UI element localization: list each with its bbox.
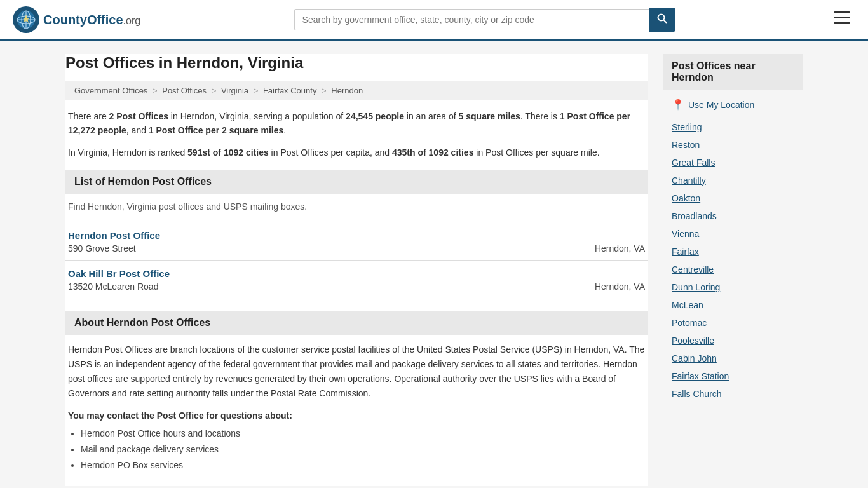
po-city-1: Herndon, VA xyxy=(595,243,645,254)
bc-sep-3: > xyxy=(254,86,259,95)
bc-sep-2: > xyxy=(212,86,217,95)
search-input[interactable] xyxy=(294,9,649,30)
po-details-1: 590 Grove Street Herndon, VA xyxy=(68,243,645,254)
summary-text-2: in Herndon, Virginia, serving a populati… xyxy=(168,111,346,121)
sidebar-link-fairfax[interactable]: Fairfax xyxy=(663,243,803,261)
rank-capita: 591st of 1092 cities xyxy=(187,147,269,158)
sidebar-link-sterling[interactable]: Sterling xyxy=(663,118,803,136)
rank-sqmile: 435th of 1092 cities xyxy=(392,147,473,158)
sidebar-title: Post Offices near Herndon xyxy=(663,54,803,90)
per-sq-mile: 1 Post Office per 2 square miles xyxy=(149,125,283,135)
location-icon: 📍 xyxy=(672,98,684,111)
search-icon xyxy=(657,13,667,24)
sidebar-link-broadlands[interactable]: Broadlands xyxy=(663,207,803,225)
list-item: Herndon PO Box services xyxy=(81,458,648,473)
find-text: Find Herndon, Virginia post offices and … xyxy=(65,201,648,212)
breadcrumb-link-herndon[interactable]: Herndon xyxy=(331,86,363,95)
logo-area: CountyOffice.org xyxy=(13,6,140,33)
use-my-location-button[interactable]: 📍 Use My Location xyxy=(663,96,803,116)
search-area xyxy=(294,8,675,32)
menu-button[interactable] xyxy=(829,9,855,30)
sidebar-link-great-falls[interactable]: Great Falls xyxy=(663,154,803,172)
po-details-2: 13520 McLearen Road Herndon, VA xyxy=(68,281,645,292)
population: 24,545 people xyxy=(346,111,404,121)
sidebar-link-centreville[interactable]: Centreville xyxy=(663,261,803,278)
nearby-list: Sterling Reston Great Falls Chantilly Oa… xyxy=(663,118,803,403)
sidebar-link-chantilly[interactable]: Chantilly xyxy=(663,172,803,189)
sidebar-link-potomac[interactable]: Potomac xyxy=(663,314,803,332)
logo-icon xyxy=(13,6,39,33)
sidebar-link-poolesville[interactable]: Poolesville xyxy=(663,332,803,349)
table-row: Oak Hill Br Post Office 13520 McLearen R… xyxy=(65,260,648,298)
area: 5 square miles xyxy=(459,111,520,121)
logo-text: CountyOffice.org xyxy=(43,13,140,27)
logo-org: .org xyxy=(123,15,141,26)
table-row: Herndon Post Office 590 Grove Street Her… xyxy=(65,222,648,260)
svg-line-8 xyxy=(663,20,667,24)
breadcrumb-link-gov[interactable]: Government Offices xyxy=(74,86,147,95)
summary-text: There are 2 Post Offices in Herndon, Vir… xyxy=(65,109,648,138)
svg-rect-9 xyxy=(834,11,850,13)
summary-text-5: , and xyxy=(126,125,149,135)
po-address-1: 590 Grove Street xyxy=(68,243,136,254)
summary-text-3: in an area of xyxy=(404,111,459,121)
rank-text: In Virginia, Herndon is ranked 591st of … xyxy=(65,146,648,159)
breadcrumb: Government Offices > Post Offices > Virg… xyxy=(65,81,648,100)
rank-text-1: In Virginia, Herndon is ranked xyxy=(68,147,187,158)
post-office-count: 2 Post Offices xyxy=(109,111,168,121)
page-title: Post Offices in Herndon, Virginia xyxy=(65,54,648,72)
list-item: Mail and package delivery services xyxy=(81,442,648,458)
sidebar-link-vienna[interactable]: Vienna xyxy=(663,225,803,243)
breadcrumb-link-va[interactable]: Virginia xyxy=(221,86,248,95)
sidebar-link-dunn-loring[interactable]: Dunn Loring xyxy=(663,278,803,296)
about-section-header: About Herndon Post Offices xyxy=(65,311,648,335)
po-address-2: 13520 McLearen Road xyxy=(68,281,158,292)
summary-text-4: . There is xyxy=(520,111,560,121)
sidebar-link-cabin-john[interactable]: Cabin John xyxy=(663,349,803,367)
list-section-header: List of Herndon Post Offices xyxy=(65,170,648,194)
po-name-2[interactable]: Oak Hill Br Post Office xyxy=(68,268,645,279)
bullet-list: Herndon Post Office hours and locations … xyxy=(65,426,648,474)
summary-text-6: . xyxy=(283,125,286,135)
sidebar-link-oakton[interactable]: Oakton xyxy=(663,189,803,207)
breadcrumb-link-po[interactable]: Post Offices xyxy=(162,86,207,95)
bc-sep-1: > xyxy=(153,86,158,95)
sidebar-link-reston[interactable]: Reston xyxy=(663,136,803,154)
use-my-location-label: Use My Location xyxy=(688,100,754,110)
search-button[interactable] xyxy=(649,8,675,32)
about-text: Herndon Post Offices are branch location… xyxy=(65,342,648,401)
po-city-2: Herndon, VA xyxy=(595,281,645,292)
summary-text-1: There are xyxy=(68,111,109,121)
post-office-list: Herndon Post Office 590 Grove Street Her… xyxy=(65,222,648,298)
main-container: Post Offices in Herndon, Virginia Govern… xyxy=(53,41,815,488)
site-header: CountyOffice.org xyxy=(0,0,868,41)
sidebar-link-falls-church[interactable]: Falls Church xyxy=(663,385,803,403)
svg-rect-11 xyxy=(834,22,850,24)
rank-text-3: in Post Offices per square mile. xyxy=(473,147,599,158)
svg-point-7 xyxy=(658,15,664,21)
content-area: Post Offices in Herndon, Virginia Govern… xyxy=(65,54,648,486)
breadcrumb-link-fairfax[interactable]: Fairfax County xyxy=(263,86,317,95)
list-item: Herndon Post Office hours and locations xyxy=(81,426,648,442)
sidebar: Post Offices near Herndon 📍 Use My Locat… xyxy=(663,54,803,486)
sidebar-link-fairfax-station[interactable]: Fairfax Station xyxy=(663,367,803,385)
rank-text-2: in Post Offices per capita, and xyxy=(269,147,392,158)
svg-rect-10 xyxy=(834,17,850,18)
contact-header: You may contact the Post Office for ques… xyxy=(65,410,648,421)
hamburger-icon xyxy=(834,11,850,24)
sidebar-link-mclean[interactable]: McLean xyxy=(663,296,803,314)
po-name-1[interactable]: Herndon Post Office xyxy=(68,230,645,241)
bc-sep-4: > xyxy=(322,86,327,95)
